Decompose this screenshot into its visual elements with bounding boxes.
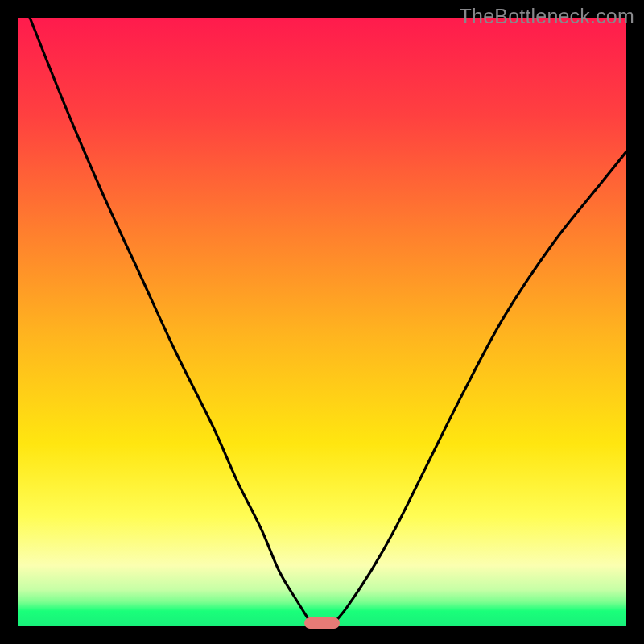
- curve-left-branch: [30, 18, 313, 626]
- bottleneck-marker: [304, 617, 340, 629]
- chart-curve: [18, 18, 626, 626]
- plot-area: [18, 18, 626, 626]
- watermark-text: TheBottleneck.com: [460, 5, 634, 28]
- chart-frame: TheBottleneck.com: [0, 0, 644, 644]
- curve-right-branch: [331, 151, 626, 626]
